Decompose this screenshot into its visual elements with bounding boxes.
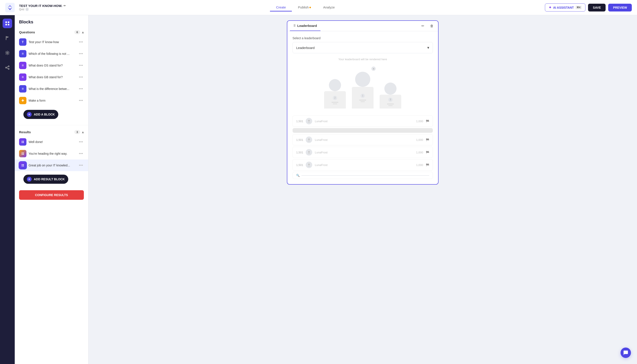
app-logo	[5, 3, 15, 12]
lb-rank-3: 1,501	[296, 138, 303, 142]
q2-icon: ≡	[19, 50, 26, 58]
icon-bar-share[interactable]	[2, 63, 12, 72]
leaderboard-tab[interactable]: ⠿ Leaderboard	[290, 21, 320, 31]
results-collapse-button[interactable]: ▴	[82, 130, 84, 134]
lb-avatar-4	[306, 149, 312, 156]
list-item[interactable]: ✚ Make a form •••	[15, 95, 88, 106]
icon-bar-results[interactable]	[2, 33, 12, 43]
nav-tabs: Create Publish Analyze	[270, 4, 341, 12]
lb-list-item	[292, 128, 433, 133]
q5-more-button[interactable]: •••	[78, 87, 84, 91]
add-block-button[interactable]: + ADD A BLOCK	[24, 110, 58, 119]
rank-1-bar	[359, 100, 366, 100]
svg-point-8	[8, 68, 9, 70]
search-icon: 🔍	[296, 174, 300, 177]
list-item[interactable]: Well done! •••	[15, 136, 88, 148]
svg-rect-2	[8, 22, 9, 23]
leaderboard-card: ⠿ Leaderboard ✏ 🗑 Select a leaderboard L…	[287, 20, 438, 184]
drag-handle-icon: ⠿	[293, 24, 296, 28]
podium-base-second: 2	[324, 91, 346, 108]
share-icon	[5, 65, 10, 70]
q2-label: Which of the following is not ...	[28, 52, 76, 56]
topnav: TEST YOUR IT KNOW-HOW. ✏ Quiz i Create P…	[0, 0, 637, 15]
q6-more-button[interactable]: •••	[78, 98, 84, 103]
list-item[interactable]: ≡ What does OS stand for? •••	[15, 60, 88, 71]
save-button[interactable]: SAVE	[588, 4, 606, 12]
rank-2-bar2	[333, 104, 337, 104]
lb-search-row[interactable]: 🔍	[292, 172, 433, 179]
list-item[interactable]: T Test your IT know-how •••	[15, 36, 88, 48]
add-result-button[interactable]: + ADD RESULT BLOCK	[24, 175, 68, 184]
flag-icon	[5, 36, 10, 40]
q3-label: What does OS stand for?	[28, 64, 76, 67]
nav-actions: ✦ AI ASSISTANT ⌘K SAVE PREVIEW	[545, 4, 632, 12]
questions-section-title: Questions	[19, 30, 35, 34]
edit-title-icon[interactable]: ✏	[64, 4, 66, 7]
sidebar: Blocks Questions 6 ▴ T Test your IT know…	[15, 15, 88, 364]
lb-user-4: LunaFrost	[315, 151, 414, 154]
q3-more-button[interactable]: •••	[78, 63, 84, 68]
q4-more-button[interactable]: •••	[78, 75, 84, 80]
lb-list-item: 1,501 LunaFrost 1,000 🏁	[292, 147, 433, 158]
lb-rank-4: 1,501	[296, 151, 303, 154]
tab-analyze[interactable]: Analyze	[317, 4, 340, 12]
list-item[interactable]: ≡ What does GB stand for? •••	[15, 71, 88, 83]
edit-leaderboard-button[interactable]: ✏	[419, 22, 426, 30]
info-icon[interactable]: i	[25, 8, 29, 11]
preview-button[interactable]: PREVIEW	[608, 4, 632, 12]
add-result-plus-icon: +	[27, 177, 32, 182]
chat-support-button[interactable]	[620, 348, 631, 358]
r1-more-button[interactable]: •••	[78, 140, 84, 144]
q4-label: What does GB stand for?	[28, 76, 76, 79]
tab-publish[interactable]: Publish	[292, 4, 317, 12]
list-item[interactable]: Great job on your IT knowled... •••	[15, 160, 88, 171]
questions-collapse-button[interactable]: ▴	[82, 30, 84, 34]
r2-label: You're heading the right way.	[28, 152, 76, 155]
tab-create[interactable]: Create	[270, 4, 292, 12]
list-item[interactable]: ≡ Which of the following is not ... •••	[15, 48, 88, 60]
ai-assistant-button[interactable]: ✦ AI ASSISTANT ⌘K	[545, 4, 586, 12]
delete-leaderboard-button[interactable]: 🗑	[428, 22, 436, 30]
svg-rect-4	[8, 24, 9, 25]
svg-rect-16	[23, 152, 24, 154]
svg-rect-22	[23, 166, 24, 166]
lb-avatar-5	[306, 162, 312, 168]
icon-bar-settings[interactable]	[2, 48, 12, 58]
podium-base-third: 3	[380, 95, 401, 108]
lb-list-item: 1,501 LunaFrost 1,000 🏁	[292, 116, 433, 127]
svg-rect-15	[22, 152, 22, 154]
main-layout: Blocks Questions 6 ▴ T Test your IT know…	[0, 15, 637, 364]
icon-bar-blocks[interactable]	[2, 19, 12, 28]
lb-user-3: LunaFrost	[315, 138, 414, 142]
svg-rect-11	[22, 141, 22, 142]
blocks-heading: Blocks	[15, 20, 88, 28]
podium-first: ★ 1	[350, 66, 376, 108]
svg-point-26	[308, 120, 310, 122]
podium-area: 2 ★	[292, 64, 433, 112]
ai-star-icon: ✦	[548, 6, 552, 10]
lb-score-4: 1,000	[416, 151, 423, 154]
svg-point-6	[8, 66, 9, 67]
rank-1-badge: 1	[360, 94, 365, 98]
r2-more-button[interactable]: •••	[78, 152, 84, 156]
lb-flag-1: 🏁	[426, 120, 429, 123]
lb-score-5: 1,000	[416, 163, 423, 166]
q3-icon: ≡	[19, 62, 26, 69]
list-item[interactable]: You're heading the right way. •••	[15, 148, 88, 160]
title-area: TEST YOUR IT KNOW-HOW. ✏ Quiz i	[19, 4, 66, 11]
search-line	[302, 175, 429, 176]
logo-area	[5, 3, 15, 12]
results-section-title: Results	[19, 130, 31, 134]
list-item[interactable]: ≡ What is the difference betwe... •••	[15, 83, 88, 95]
svg-point-27	[308, 138, 310, 140]
q2-more-button[interactable]: •••	[78, 52, 84, 56]
q1-more-button[interactable]: •••	[78, 40, 84, 44]
leaderboard-select-dropdown[interactable]: Leaderboard ▾	[292, 42, 433, 53]
lb-user-1: LunaFrost	[315, 120, 414, 123]
q6-icon: ✚	[19, 97, 26, 104]
r3-more-button[interactable]: •••	[78, 163, 84, 168]
svg-rect-3	[6, 24, 7, 25]
svg-rect-14	[23, 142, 24, 143]
configure-results-button[interactable]: CONFIGURE RESULTS	[19, 190, 84, 200]
lb-rank-1: 1,501	[296, 120, 303, 123]
